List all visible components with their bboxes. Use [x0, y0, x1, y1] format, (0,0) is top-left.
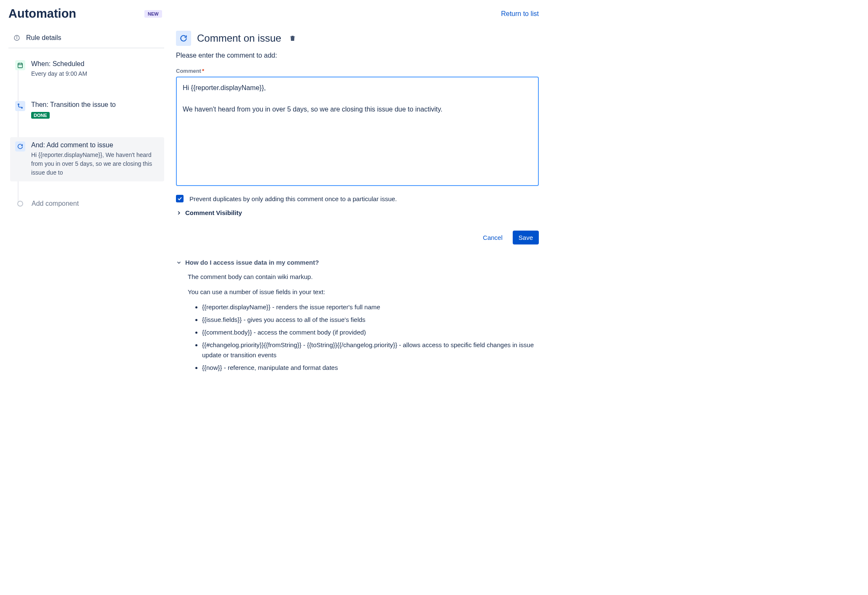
- help-list: {{reporter.displayName}} - renders the i…: [188, 302, 539, 373]
- page-title: Automation: [8, 7, 76, 21]
- timeline-step-trigger[interactable]: When: Scheduled Every day at 9:00 AM: [10, 56, 164, 82]
- comment-input[interactable]: [176, 77, 539, 186]
- rule-details-button[interactable]: Rule details: [8, 31, 164, 48]
- chevron-down-icon: [176, 260, 182, 266]
- refresh-icon: [176, 31, 191, 46]
- help-line-1: The comment body can contain wiki markup…: [188, 272, 539, 282]
- prevent-duplicates-checkbox[interactable]: [176, 195, 184, 202]
- svg-point-2: [16, 37, 17, 37]
- help-list-item: {{#changelog.priority}}{{fromString}} - …: [202, 340, 539, 360]
- comment-visibility-toggle[interactable]: Comment Visibility: [176, 209, 539, 216]
- instruction-text: Please enter the comment to add:: [176, 52, 539, 59]
- page-header: Automation NEW Return to list: [8, 7, 539, 21]
- help-list-item: {{issue.fields}} - gives you access to a…: [202, 315, 539, 325]
- step-title: When: Scheduled: [31, 60, 159, 68]
- comment-field-label: Comment*: [176, 68, 539, 74]
- help-toggle[interactable]: How do I access issue data in my comment…: [176, 259, 539, 266]
- svg-rect-3: [18, 63, 23, 68]
- help-list-item: {{comment.body}} - access the comment bo…: [202, 327, 539, 337]
- step-title: And: Add comment to issue: [31, 141, 159, 149]
- new-badge: NEW: [144, 10, 162, 18]
- help-section: How do I access issue data in my comment…: [176, 259, 539, 373]
- calendar-icon: [15, 60, 25, 70]
- chevron-right-icon: [176, 210, 182, 216]
- svg-point-7: [18, 104, 19, 105]
- prevent-duplicates-label: Prevent duplicates by only adding this c…: [189, 195, 397, 202]
- help-line-2: You can use a number of issue fields in …: [188, 287, 539, 297]
- rule-details-label: Rule details: [26, 34, 61, 42]
- cancel-button[interactable]: Cancel: [477, 231, 509, 244]
- help-list-item: {{now}} - reference, manipulate and form…: [202, 363, 539, 373]
- main-panel: Comment on issue Please enter the commen…: [176, 31, 539, 375]
- svg-point-8: [21, 107, 23, 109]
- step-subtitle: Every day at 9:00 AM: [31, 69, 159, 78]
- timeline-step-comment[interactable]: And: Add comment to issue Hi {{reporter.…: [10, 137, 164, 181]
- add-component-label: Add component: [32, 200, 79, 207]
- return-to-list-link[interactable]: Return to list: [501, 10, 539, 18]
- rule-sidebar: Rule details When: Scheduled Every day a…: [8, 31, 164, 375]
- step-subtitle: Hi {{reporter.displayName}}, We haven't …: [31, 151, 159, 177]
- save-button[interactable]: Save: [513, 231, 539, 244]
- add-component-button[interactable]: Add component: [10, 196, 164, 212]
- comment-visibility-label: Comment Visibility: [185, 209, 242, 216]
- add-circle-icon: [17, 201, 23, 207]
- help-title: How do I access issue data in my comment…: [185, 259, 319, 266]
- help-list-item: {{reporter.displayName}} - renders the i…: [202, 302, 539, 312]
- status-lozenge-done: DONE: [31, 112, 50, 119]
- rule-timeline: When: Scheduled Every day at 9:00 AM The…: [8, 56, 164, 212]
- info-icon: [13, 35, 20, 41]
- delete-button[interactable]: [287, 33, 298, 44]
- step-title: Then: Transition the issue to: [31, 101, 159, 109]
- branch-icon: [15, 101, 25, 111]
- panel-title: Comment on issue: [197, 32, 281, 44]
- timeline-step-transition[interactable]: Then: Transition the issue to DONE: [10, 97, 164, 123]
- refresh-icon: [15, 141, 25, 151]
